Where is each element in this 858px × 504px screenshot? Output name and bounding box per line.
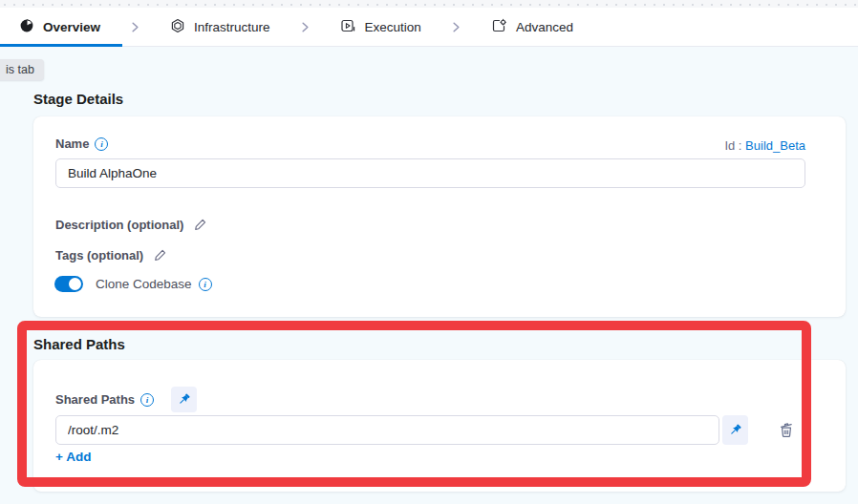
tab-execution[interactable]: Execution: [340, 18, 421, 36]
info-icon[interactable]: i: [140, 393, 154, 407]
clone-codebase-row: Clone Codebase i: [54, 276, 212, 292]
toggle-knob: [69, 278, 81, 290]
delete-path-button[interactable]: [774, 418, 799, 443]
name-label-row: Name i: [55, 136, 108, 151]
stage-tabbar: Overview Infrastructure: [0, 8, 858, 47]
execution-icon: [340, 18, 356, 36]
shared-path-input-row: [55, 415, 748, 445]
tags-row: Tags (optional): [55, 248, 167, 262]
stage-name-input[interactable]: [55, 158, 805, 188]
tags-label: Tags (optional): [55, 248, 143, 262]
tooltip-text: is tab: [6, 63, 34, 76]
name-label: Name: [55, 136, 89, 151]
trash-icon: [777, 421, 796, 440]
pipeline-canvas-strip: [0, 0, 858, 8]
pin-button[interactable]: [722, 415, 748, 445]
stage-details-heading: Stage Details: [33, 91, 123, 107]
info-icon[interactable]: i: [199, 278, 212, 291]
infrastructure-icon: [170, 18, 185, 36]
shared-paths-label-row: Shared Paths i: [55, 387, 197, 412]
edit-pencil-icon[interactable]: [153, 248, 167, 262]
clone-codebase-toggle[interactable]: [54, 276, 83, 292]
tab-execution-label: Execution: [365, 20, 421, 34]
tab-overview[interactable]: Overview: [19, 18, 100, 36]
description-label: Description (optional): [55, 218, 183, 232]
tooltip-chip: is tab: [0, 59, 44, 80]
add-path-link[interactable]: + Add: [55, 450, 91, 464]
id-label: Id :: [724, 138, 741, 153]
stage-id: Id : Build_Beta: [724, 138, 805, 153]
advanced-icon: [491, 18, 507, 36]
clone-codebase-label-text: Clone Codebase: [96, 277, 192, 291]
name-input-wrap: [55, 158, 805, 188]
shared-paths-heading: Shared Paths: [33, 336, 125, 352]
chevron-right-icon: [449, 20, 463, 34]
id-value-link[interactable]: Build_Beta: [745, 138, 805, 153]
shared-path-input[interactable]: [55, 415, 719, 445]
tab-infrastructure-label: Infrastructure: [194, 20, 270, 34]
tab-advanced-label: Advanced: [516, 20, 573, 34]
active-tab-underline: [0, 44, 122, 47]
stage-details-card: Name i Id : Build_Beta Description (opti…: [33, 116, 846, 317]
description-row: Description (optional): [55, 218, 207, 232]
shared-paths-label: Shared Paths: [55, 392, 135, 407]
clone-codebase-label: Clone Codebase i: [96, 277, 212, 291]
pin-button[interactable]: [171, 387, 197, 412]
tab-overview-label: Overview: [43, 20, 100, 34]
overview-icon: [19, 18, 34, 36]
shared-paths-card: Shared Paths i: [33, 360, 846, 492]
chevron-right-icon: [128, 20, 142, 34]
tab-advanced[interactable]: Advanced: [491, 18, 573, 36]
tab-infrastructure[interactable]: Infrastructure: [170, 18, 270, 36]
info-icon[interactable]: i: [95, 137, 108, 151]
chevron-right-icon: [298, 20, 312, 34]
stage-config-page: Overview Infrastructure: [0, 0, 858, 504]
edit-pencil-icon[interactable]: [193, 218, 207, 232]
